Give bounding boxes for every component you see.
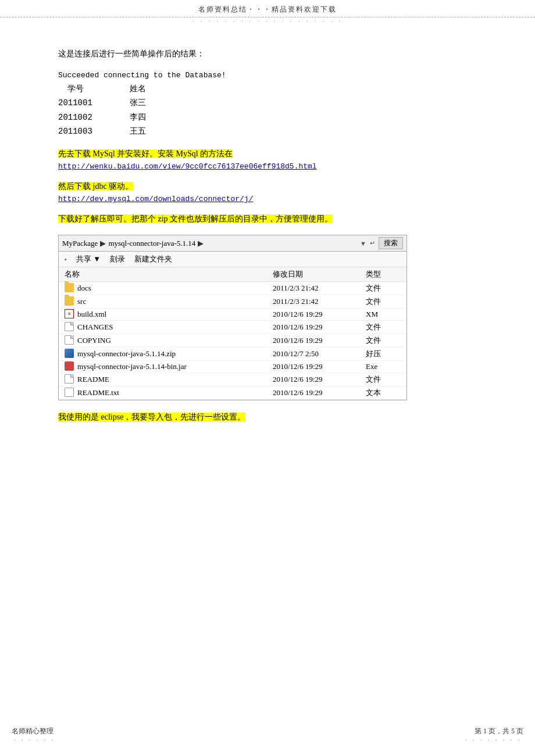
jdbc-link[interactable]: http://dev.mysql.com/downloads/connector… — [58, 194, 477, 203]
main-content: 这是连接后进行一些简单操作后的结果： Succeeded connecting … — [0, 26, 535, 468]
file-type-copying: 文件 — [366, 335, 401, 346]
footer-left: 名师精心整理 ・・・・・・ — [12, 726, 57, 744]
folder-icon — [65, 283, 74, 292]
col-header-name: 名称 — [65, 269, 273, 280]
extract-title: 下载好了解压即可。把那个 zip 文件也放到解压后的目录中，方便管理使用。 — [58, 214, 477, 224]
eclipse-section: 我使用的是 eclipse，我要导入包，先进行一些设置。 — [58, 412, 477, 422]
file-list-header: 名称 修改日期 类型 — [59, 267, 406, 282]
mysql-install-section: 先去下载 MySql 并安装好。安装 MySql 的方法在 http://wen… — [58, 149, 477, 171]
file-explorer: MyPackage ▶ mysql-connector-java-5.1.14 … — [58, 235, 407, 400]
file-date-zip: 2010/12/7 2:50 — [273, 349, 366, 359]
file-date-docs: 2011/2/3 21:42 — [273, 284, 366, 293]
file-type-readmetxt: 文本 — [366, 388, 401, 398]
footer-right: 第 1 页，共 5 页 ・・・・・・・・ — [463, 726, 523, 744]
jdbc-highlight: 然后下载 jdbc 驱动。 — [58, 182, 133, 191]
page-header: 名师资料总结・・・精品资料欢迎下载 — [0, 0, 535, 17]
file-type-src: 文件 — [366, 296, 401, 307]
intro-section: 这是连接后进行一些简单操作后的结果： — [58, 49, 477, 59]
code-section: Succeeded connecting to the Database! 学号… — [58, 70, 477, 138]
student-id-2: 2011002 — [58, 110, 106, 124]
jdbc-title: 然后下载 jdbc 驱动。 — [58, 181, 477, 192]
page-footer: 名师精心整理 ・・・・・・ 第 1 页，共 5 页 ・・・・・・・・ — [0, 726, 535, 744]
mysql-install-link[interactable]: http://wenku.baidu.com/view/9cc0fcc76137… — [58, 162, 477, 171]
file-row-jar[interactable]: mysql-connector-java-5.1.14-bin.jar 2010… — [59, 361, 406, 373]
path-sep-1: ▶ — [100, 239, 106, 248]
col-id-header: 学号 — [58, 82, 106, 96]
txt-icon — [65, 388, 74, 397]
code-line1: Succeeded connecting to the Database! — [58, 70, 477, 82]
student-name-1: 张三 — [106, 96, 160, 110]
header-title: 名师资料总结・・・精品资料欢迎下载 — [198, 5, 337, 13]
share-button[interactable]: 共享 ▼ — [76, 254, 101, 264]
search-button[interactable]: 搜索 — [379, 237, 403, 249]
mysql-install-highlight: 先去下载 MySql 并安装好。安装 MySql 的方法在 — [58, 149, 233, 158]
file-row-buildxml[interactable]: X build.xml 2010/12/6 19:29 XM — [59, 309, 406, 321]
file-row-copying[interactable]: COPYING 2010/12/6 19:29 文件 — [59, 334, 406, 347]
footer-left-dots: ・・・・・・ — [12, 736, 57, 744]
extract-highlight: 下载好了解压即可。把那个 zip 文件也放到解压后的目录中，方便管理使用。 — [58, 214, 333, 223]
file-row-readmetxt[interactable]: README.txt 2010/12/6 19:29 文本 — [59, 386, 406, 400]
file-date-readmetxt: 2010/12/6 19:29 — [273, 388, 366, 397]
file-name-changes: CHANGES — [65, 323, 273, 332]
mysql-install-title: 先去下载 MySql 并安装好。安装 MySql 的方法在 — [58, 149, 477, 159]
xml-icon: X — [65, 309, 74, 318]
file-row-docs[interactable]: docs 2011/2/3 21:42 文件 — [59, 282, 406, 295]
footer-right-dots: ・・・・・・・・ — [463, 736, 523, 744]
toolbar-bullet: ▪ — [65, 256, 67, 263]
eclipse-highlight: 我使用的是 eclipse，我要导入包，先进行一些设置。 — [58, 413, 245, 421]
file-date-changes: 2010/12/6 19:29 — [273, 323, 366, 332]
zip-icon — [65, 349, 74, 358]
footer-right-label: 第 1 页，共 5 页 — [463, 726, 523, 736]
file-name-readme: README — [65, 375, 273, 384]
file-row-readme[interactable]: README 2010/12/6 19:29 文件 — [59, 373, 406, 386]
file-list: docs 2011/2/3 21:42 文件 src 2011/2/3 21:4… — [59, 282, 406, 400]
file-type-changes: 文件 — [366, 322, 401, 332]
student-name-3: 王五 — [106, 124, 160, 138]
extract-section: 下载好了解压即可。把那个 zip 文件也放到解压后的目录中，方便管理使用。 — [58, 214, 477, 224]
file-name-jar: mysql-connector-java-5.1.14-bin.jar — [65, 362, 273, 371]
file-name-src: src — [65, 297, 273, 306]
folder-icon — [65, 296, 74, 306]
file-row-changes[interactable]: CHANGES 2010/12/6 19:29 文件 — [59, 321, 406, 334]
col-header-type: 类型 — [366, 269, 401, 280]
file-row-src[interactable]: src 2011/2/3 21:42 文件 — [59, 295, 406, 309]
result-table: 学号 姓名 2011001 张三 2011002 李四 2011003 王五 — [58, 82, 160, 139]
file-icon — [65, 322, 74, 331]
file-date-buildxml: 2010/12/6 19:29 — [273, 310, 366, 319]
table-row: 2011003 王五 — [58, 124, 160, 138]
col-name-header: 姓名 — [106, 82, 160, 96]
path-sep-2: ▶ — [198, 239, 204, 248]
file-icon — [65, 374, 74, 384]
nav-back-arrow[interactable]: ▼ — [360, 240, 366, 247]
intro-text: 这是连接后进行一些简单操作后的结果： — [58, 49, 205, 58]
explorer-path: MyPackage ▶ mysql-connector-java-5.1.14 … — [62, 239, 356, 248]
file-name-buildxml: X build.xml — [65, 310, 273, 319]
file-type-readme: 文件 — [366, 374, 401, 385]
file-row-zip[interactable]: mysql-connector-java-5.1.14.zip 2010/12/… — [59, 347, 406, 361]
path-segment-1: MyPackage — [62, 239, 98, 248]
jar-icon — [65, 361, 74, 371]
new-folder-button[interactable]: 新建文件夹 — [134, 254, 172, 264]
nav-refresh-arrow[interactable]: ↵ — [370, 239, 375, 247]
col-header-date: 修改日期 — [273, 269, 366, 280]
file-date-src: 2011/2/3 21:42 — [273, 297, 366, 306]
student-id-3: 2011003 — [58, 124, 106, 138]
path-segment-2: mysql-connector-java-5.1.14 — [108, 239, 195, 248]
student-name-2: 李四 — [106, 110, 160, 124]
explorer-toolbar: ▪ 共享 ▼ 刻录 新建文件夹 — [59, 252, 406, 267]
file-date-readme: 2010/12/6 19:29 — [273, 375, 366, 384]
file-name-readmetxt: README.txt — [65, 388, 273, 397]
file-name-copying: COPYING — [65, 336, 273, 345]
student-id-1: 2011001 — [58, 96, 106, 110]
table-row: 2011002 李四 — [58, 110, 160, 124]
table-row: 2011001 张三 — [58, 96, 160, 110]
file-icon — [65, 335, 74, 345]
address-bar: MyPackage ▶ mysql-connector-java-5.1.14 … — [59, 235, 406, 252]
header-dots: ・・・・・・・・・・・・・・・・・・・ — [0, 17, 535, 26]
file-type-jar: Exe — [366, 362, 401, 371]
burn-button[interactable]: 刻录 — [110, 254, 125, 264]
file-date-copying: 2010/12/6 19:29 — [273, 336, 366, 345]
file-name-zip: mysql-connector-java-5.1.14.zip — [65, 349, 273, 359]
footer-left-label: 名师精心整理 — [12, 726, 57, 736]
jdbc-section: 然后下载 jdbc 驱动。 http://dev.mysql.com/downl… — [58, 181, 477, 203]
